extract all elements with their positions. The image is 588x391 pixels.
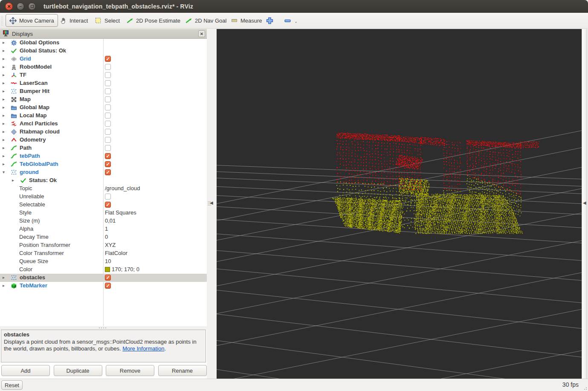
display-row-laserscan[interactable]: ▸LaserScan	[0, 79, 207, 87]
property-row-unreliable[interactable]: Unreliable	[0, 193, 207, 201]
expand-arrow-icon[interactable]: ▸	[3, 145, 5, 150]
enable-checkbox[interactable]	[105, 96, 111, 102]
expand-arrow-icon[interactable]: ▸	[3, 81, 5, 85]
expand-arrow-icon[interactable]: ▸	[3, 105, 5, 110]
enable-checkbox[interactable]: ✓	[105, 169, 111, 175]
remove-tool-menu-button[interactable]	[293, 19, 301, 27]
display-row-rtabmap-cloud[interactable]: ▸Rtabmap cloud	[0, 128, 207, 136]
property-value[interactable]: 10	[105, 258, 111, 264]
property-value[interactable]: 170; 170; 0	[105, 266, 139, 272]
maximize-window-icon[interactable]	[28, 3, 36, 10]
add-button[interactable]: Add	[1, 365, 50, 376]
property-value[interactable]: XYZ	[105, 242, 116, 248]
enable-checkbox[interactable]: ✓	[105, 56, 111, 62]
display-row-obstacles[interactable]: ▸obstacles✓	[0, 274, 207, 282]
display-row-tf[interactable]: ▸TF	[0, 71, 207, 79]
expand-arrow-icon[interactable]: ▸	[3, 113, 5, 118]
tool-measure[interactable]: Measure	[227, 14, 266, 27]
enable-checkbox[interactable]	[105, 129, 111, 135]
panel-splitter[interactable]: ◀	[207, 29, 217, 379]
property-row-style[interactable]: StyleFlat Squares	[0, 209, 207, 217]
expand-arrow-icon[interactable]: ▾	[3, 170, 5, 174]
expand-arrow-icon[interactable]: ▸	[3, 162, 5, 166]
property-row-alpha[interactable]: Alpha1	[0, 225, 207, 233]
rename-button[interactable]: Rename	[158, 365, 207, 376]
display-row-map[interactable]: ▸Map	[0, 96, 207, 104]
expand-arrow-icon[interactable]: ▸	[3, 137, 5, 142]
enable-checkbox[interactable]	[105, 194, 111, 200]
minimize-window-icon[interactable]: −	[17, 3, 24, 10]
enable-checkbox[interactable]: ✓	[105, 275, 111, 281]
3d-viewport[interactable]	[217, 29, 582, 379]
enable-checkbox[interactable]: ✓	[105, 283, 111, 289]
display-row-bumper-hit[interactable]: ▸Bumper Hit	[0, 87, 207, 96]
display-row-tebglobalpath[interactable]: ▸TebGlobalPath✓	[0, 160, 207, 168]
property-row-size-m-[interactable]: Size (m)0,01	[0, 217, 207, 225]
expand-arrow-icon[interactable]: ▸	[12, 178, 14, 182]
display-row-robotmodel[interactable]: ▸RobotModel	[0, 63, 207, 71]
property-row-color[interactable]: Color170; 170; 0	[0, 266, 207, 274]
property-row-color-transformer[interactable]: Color TransformerFlatColor	[0, 249, 207, 258]
collapse-left-icon[interactable]: ◀	[210, 200, 213, 205]
duplicate-button[interactable]: Duplicate	[54, 365, 102, 376]
enable-checkbox[interactable]	[105, 113, 111, 119]
enable-checkbox[interactable]: ✓	[105, 202, 111, 208]
expand-arrow-icon[interactable]: ▸	[3, 121, 5, 126]
enable-checkbox[interactable]	[105, 121, 111, 127]
collapse-right-icon[interactable]: ◀	[583, 200, 586, 205]
remove-tool-button[interactable]	[283, 16, 292, 25]
tool-2d-nav-goal[interactable]: 2D Nav Goal	[182, 14, 230, 27]
add-tool-button[interactable]	[265, 16, 274, 25]
display-row-local-map[interactable]: ▸Local Map	[0, 112, 207, 120]
color-swatch[interactable]	[105, 267, 110, 272]
close-window-icon[interactable]: ✕	[5, 3, 13, 10]
tool-move-camera[interactable]: Move Camera	[6, 14, 58, 27]
title-bar[interactable]: ✕ − turtlebot_navigation_tebpath_obstacl…	[0, 0, 588, 13]
display-row-global-status-ok[interactable]: ▸Global Status: Ok	[0, 47, 207, 55]
tool-select[interactable]: Select	[91, 14, 123, 27]
expand-arrow-icon[interactable]: ▸	[3, 129, 5, 134]
enable-checkbox[interactable]	[105, 88, 111, 94]
display-row-path[interactable]: ▸Path	[0, 144, 207, 152]
enable-checkbox[interactable]	[105, 104, 111, 110]
expand-arrow-icon[interactable]: ▸	[3, 56, 5, 61]
property-value[interactable]: /ground_cloud	[105, 185, 140, 191]
property-value[interactable]: FlatColor	[105, 250, 127, 256]
remove-button[interactable]: Remove	[106, 365, 154, 376]
expand-arrow-icon[interactable]: ▸	[3, 275, 5, 280]
property-value[interactable]: 0	[105, 234, 108, 240]
expand-arrow-icon[interactable]: ▸	[3, 64, 5, 69]
displays-panel-header[interactable]: Displays ✕	[0, 29, 207, 39]
property-row-queue-size[interactable]: Queue Size10	[0, 258, 207, 266]
expand-arrow-icon[interactable]: ▸	[3, 89, 5, 93]
property-row-selectable[interactable]: Selectable✓	[0, 201, 207, 209]
property-value[interactable]: 1	[105, 226, 108, 232]
reset-button[interactable]: Reset	[1, 380, 23, 390]
display-row-amcl-particles[interactable]: ▸Amcl Particles	[0, 120, 207, 128]
display-row-status-ok[interactable]: ▸Status: Ok	[0, 177, 207, 185]
enable-checkbox[interactable]	[105, 145, 111, 151]
property-row-decay-time[interactable]: Decay Time0	[0, 233, 207, 241]
property-value[interactable]: Flat Squares	[105, 209, 136, 216]
views-panel-collapsed-strip[interactable]: ◀	[582, 29, 587, 379]
property-row-topic[interactable]: Topic/ground_cloud	[0, 185, 207, 193]
enable-checkbox[interactable]	[105, 72, 111, 78]
display-row-tebpath[interactable]: ▸tebPath✓	[0, 152, 207, 160]
expand-arrow-icon[interactable]: ▸	[3, 72, 5, 77]
toolbar-drag-handle[interactable]	[1, 16, 3, 26]
expand-arrow-icon[interactable]: ▸	[3, 48, 5, 53]
close-panel-icon[interactable]: ✕	[198, 30, 205, 37]
enable-checkbox[interactable]: ✓	[105, 153, 111, 159]
expand-arrow-icon[interactable]: ▸	[3, 40, 5, 45]
more-information-link[interactable]: More Information	[122, 345, 164, 352]
display-row-ground[interactable]: ▾ground✓	[0, 168, 207, 177]
enable-checkbox[interactable]	[105, 80, 111, 86]
expand-arrow-icon[interactable]: ▸	[3, 154, 5, 158]
property-value[interactable]: 0,01	[105, 217, 116, 224]
enable-checkbox[interactable]	[105, 137, 111, 143]
resize-grip[interactable]	[582, 385, 587, 390]
display-row-tebmarker[interactable]: ▸TebMarker✓	[0, 282, 207, 290]
enable-checkbox[interactable]: ✓	[105, 161, 111, 167]
display-row-global-map[interactable]: ▸Global Map	[0, 104, 207, 112]
tool-2d-pose-estimate[interactable]: 2D Pose Estimate	[123, 14, 184, 27]
